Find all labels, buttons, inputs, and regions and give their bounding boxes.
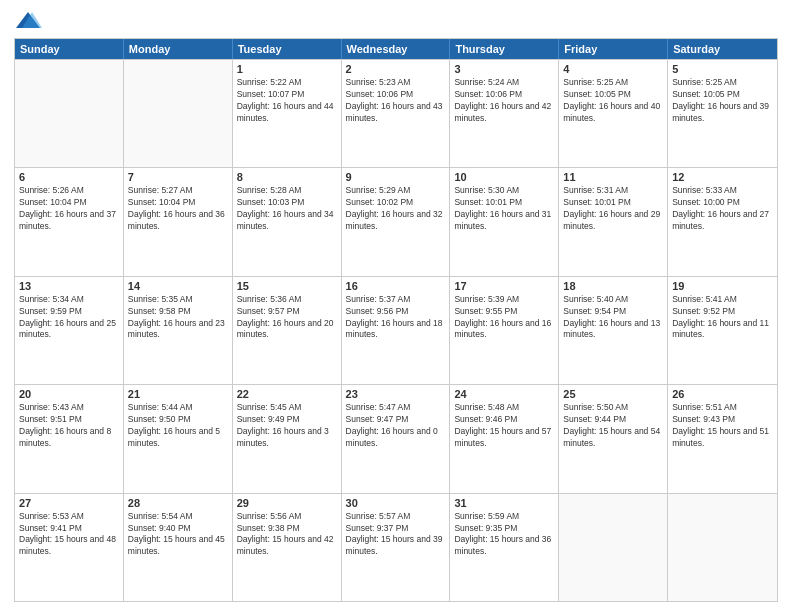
calendar-cell: 15Sunrise: 5:36 AM Sunset: 9:57 PM Dayli… [233,277,342,384]
calendar-cell [668,494,777,601]
day-info: Sunrise: 5:24 AM Sunset: 10:06 PM Daylig… [454,77,554,125]
calendar-cell: 24Sunrise: 5:48 AM Sunset: 9:46 PM Dayli… [450,385,559,492]
day-number: 29 [237,497,337,509]
calendar-cell: 5Sunrise: 5:25 AM Sunset: 10:05 PM Dayli… [668,60,777,167]
day-number: 17 [454,280,554,292]
logo-icon [14,10,42,32]
calendar-cell: 2Sunrise: 5:23 AM Sunset: 10:06 PM Dayli… [342,60,451,167]
day-info: Sunrise: 5:40 AM Sunset: 9:54 PM Dayligh… [563,294,663,342]
day-number: 6 [19,171,119,183]
day-number: 25 [563,388,663,400]
day-number: 13 [19,280,119,292]
header [14,10,778,32]
day-number: 22 [237,388,337,400]
day-info: Sunrise: 5:28 AM Sunset: 10:03 PM Daylig… [237,185,337,233]
calendar-cell: 30Sunrise: 5:57 AM Sunset: 9:37 PM Dayli… [342,494,451,601]
day-number: 3 [454,63,554,75]
calendar: SundayMondayTuesdayWednesdayThursdayFrid… [14,38,778,602]
calendar-cell: 23Sunrise: 5:47 AM Sunset: 9:47 PM Dayli… [342,385,451,492]
calendar-day-header: Thursday [450,39,559,59]
day-number: 2 [346,63,446,75]
day-number: 18 [563,280,663,292]
day-info: Sunrise: 5:23 AM Sunset: 10:06 PM Daylig… [346,77,446,125]
calendar-cell: 14Sunrise: 5:35 AM Sunset: 9:58 PM Dayli… [124,277,233,384]
calendar-cell: 16Sunrise: 5:37 AM Sunset: 9:56 PM Dayli… [342,277,451,384]
calendar-header-row: SundayMondayTuesdayWednesdayThursdayFrid… [15,39,777,59]
day-number: 8 [237,171,337,183]
calendar-day-header: Sunday [15,39,124,59]
day-info: Sunrise: 5:33 AM Sunset: 10:00 PM Daylig… [672,185,773,233]
day-info: Sunrise: 5:37 AM Sunset: 9:56 PM Dayligh… [346,294,446,342]
calendar-week-row: 27Sunrise: 5:53 AM Sunset: 9:41 PM Dayli… [15,493,777,601]
page: SundayMondayTuesdayWednesdayThursdayFrid… [0,0,792,612]
calendar-cell: 29Sunrise: 5:56 AM Sunset: 9:38 PM Dayli… [233,494,342,601]
day-info: Sunrise: 5:25 AM Sunset: 10:05 PM Daylig… [672,77,773,125]
day-info: Sunrise: 5:44 AM Sunset: 9:50 PM Dayligh… [128,402,228,450]
day-info: Sunrise: 5:43 AM Sunset: 9:51 PM Dayligh… [19,402,119,450]
day-info: Sunrise: 5:48 AM Sunset: 9:46 PM Dayligh… [454,402,554,450]
day-number: 31 [454,497,554,509]
calendar-cell: 25Sunrise: 5:50 AM Sunset: 9:44 PM Dayli… [559,385,668,492]
day-number: 5 [672,63,773,75]
day-info: Sunrise: 5:29 AM Sunset: 10:02 PM Daylig… [346,185,446,233]
day-info: Sunrise: 5:57 AM Sunset: 9:37 PM Dayligh… [346,511,446,559]
calendar-cell: 12Sunrise: 5:33 AM Sunset: 10:00 PM Dayl… [668,168,777,275]
calendar-cell: 11Sunrise: 5:31 AM Sunset: 10:01 PM Dayl… [559,168,668,275]
day-number: 12 [672,171,773,183]
calendar-cell: 9Sunrise: 5:29 AM Sunset: 10:02 PM Dayli… [342,168,451,275]
calendar-cell: 31Sunrise: 5:59 AM Sunset: 9:35 PM Dayli… [450,494,559,601]
calendar-day-header: Friday [559,39,668,59]
calendar-cell: 27Sunrise: 5:53 AM Sunset: 9:41 PM Dayli… [15,494,124,601]
calendar-cell: 26Sunrise: 5:51 AM Sunset: 9:43 PM Dayli… [668,385,777,492]
day-info: Sunrise: 5:41 AM Sunset: 9:52 PM Dayligh… [672,294,773,342]
day-info: Sunrise: 5:39 AM Sunset: 9:55 PM Dayligh… [454,294,554,342]
calendar-cell: 13Sunrise: 5:34 AM Sunset: 9:59 PM Dayli… [15,277,124,384]
calendar-cell: 28Sunrise: 5:54 AM Sunset: 9:40 PM Dayli… [124,494,233,601]
calendar-cell: 21Sunrise: 5:44 AM Sunset: 9:50 PM Dayli… [124,385,233,492]
day-number: 10 [454,171,554,183]
calendar-week-row: 1Sunrise: 5:22 AM Sunset: 10:07 PM Dayli… [15,59,777,167]
day-info: Sunrise: 5:54 AM Sunset: 9:40 PM Dayligh… [128,511,228,559]
calendar-cell: 10Sunrise: 5:30 AM Sunset: 10:01 PM Dayl… [450,168,559,275]
day-info: Sunrise: 5:36 AM Sunset: 9:57 PM Dayligh… [237,294,337,342]
calendar-day-header: Tuesday [233,39,342,59]
day-number: 30 [346,497,446,509]
day-number: 1 [237,63,337,75]
calendar-cell [15,60,124,167]
calendar-cell: 1Sunrise: 5:22 AM Sunset: 10:07 PM Dayli… [233,60,342,167]
day-number: 14 [128,280,228,292]
calendar-cell: 18Sunrise: 5:40 AM Sunset: 9:54 PM Dayli… [559,277,668,384]
day-number: 15 [237,280,337,292]
day-info: Sunrise: 5:26 AM Sunset: 10:04 PM Daylig… [19,185,119,233]
day-info: Sunrise: 5:56 AM Sunset: 9:38 PM Dayligh… [237,511,337,559]
day-number: 16 [346,280,446,292]
day-number: 26 [672,388,773,400]
day-info: Sunrise: 5:53 AM Sunset: 9:41 PM Dayligh… [19,511,119,559]
day-number: 24 [454,388,554,400]
calendar-cell: 6Sunrise: 5:26 AM Sunset: 10:04 PM Dayli… [15,168,124,275]
day-number: 4 [563,63,663,75]
day-number: 7 [128,171,228,183]
day-info: Sunrise: 5:30 AM Sunset: 10:01 PM Daylig… [454,185,554,233]
calendar-cell: 17Sunrise: 5:39 AM Sunset: 9:55 PM Dayli… [450,277,559,384]
day-info: Sunrise: 5:35 AM Sunset: 9:58 PM Dayligh… [128,294,228,342]
calendar-cell: 3Sunrise: 5:24 AM Sunset: 10:06 PM Dayli… [450,60,559,167]
calendar-cell: 22Sunrise: 5:45 AM Sunset: 9:49 PM Dayli… [233,385,342,492]
day-info: Sunrise: 5:25 AM Sunset: 10:05 PM Daylig… [563,77,663,125]
calendar-day-header: Monday [124,39,233,59]
day-info: Sunrise: 5:45 AM Sunset: 9:49 PM Dayligh… [237,402,337,450]
calendar-cell [559,494,668,601]
logo [14,10,45,32]
calendar-cell: 19Sunrise: 5:41 AM Sunset: 9:52 PM Dayli… [668,277,777,384]
calendar-body: 1Sunrise: 5:22 AM Sunset: 10:07 PM Dayli… [15,59,777,601]
calendar-cell: 7Sunrise: 5:27 AM Sunset: 10:04 PM Dayli… [124,168,233,275]
day-number: 27 [19,497,119,509]
day-info: Sunrise: 5:51 AM Sunset: 9:43 PM Dayligh… [672,402,773,450]
day-info: Sunrise: 5:27 AM Sunset: 10:04 PM Daylig… [128,185,228,233]
day-number: 20 [19,388,119,400]
day-number: 28 [128,497,228,509]
calendar-day-header: Wednesday [342,39,451,59]
calendar-cell: 20Sunrise: 5:43 AM Sunset: 9:51 PM Dayli… [15,385,124,492]
day-number: 21 [128,388,228,400]
day-info: Sunrise: 5:59 AM Sunset: 9:35 PM Dayligh… [454,511,554,559]
